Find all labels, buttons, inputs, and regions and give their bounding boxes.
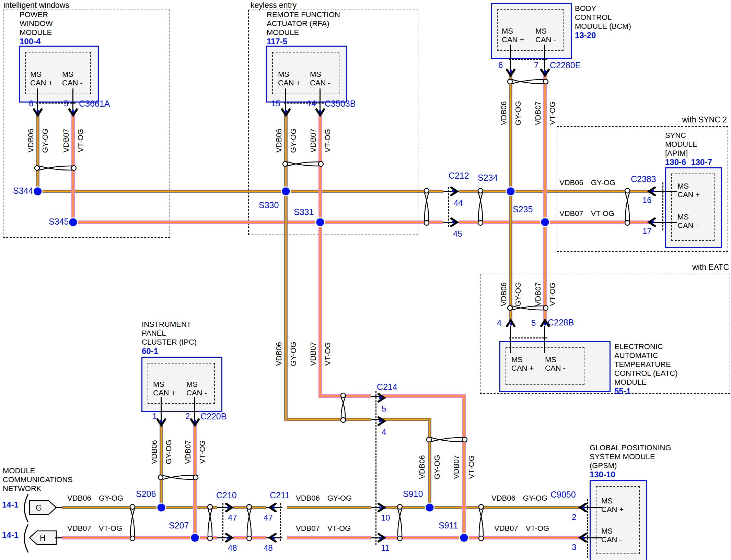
c212-label: C212 <box>449 171 469 181</box>
brace-h <box>19 523 30 553</box>
wire-segment <box>286 418 371 421</box>
group-label-intelligent-windows: intelligent windows <box>3 1 69 10</box>
vlabel: VDB07 <box>309 129 318 153</box>
connector-dash-line <box>662 182 663 230</box>
sync-ref: 130-6 <box>665 157 686 167</box>
arrow-icon <box>648 217 657 227</box>
pwm-ref: 100-4 <box>20 37 53 46</box>
vlabel: VDB06 <box>26 129 35 153</box>
wire-segment <box>287 536 371 539</box>
arrow-icon <box>224 533 233 543</box>
vlabel: VT-OG <box>548 283 557 306</box>
sync-ms-can-p: MSCAN + <box>677 182 700 199</box>
vlabel: VT-OG <box>198 440 207 464</box>
splice-dot <box>282 188 290 195</box>
gpsm-ms-can-n: MSCAN - <box>601 527 622 544</box>
connector-dash-line <box>222 503 223 541</box>
eatc-pin-5: 5 <box>531 318 536 328</box>
twisted-pair-symbol <box>243 503 255 542</box>
c212-pin-45: 45 <box>453 229 462 239</box>
eatc-title: ELECTRONIC AUTOMATIC TEMPERATURE CONTROL… <box>614 342 678 396</box>
vlabel: VDB06 <box>499 101 508 125</box>
bcm-connector-label: C2280E <box>550 60 581 70</box>
vlabel: VDB07 <box>62 129 71 153</box>
connector-dash-line <box>509 59 547 60</box>
rfa-pin-15: 15 <box>271 99 280 108</box>
bcm-ref: 13-20 <box>575 31 631 40</box>
splice-label-s330: S330 <box>259 200 279 210</box>
pwm-connector-label: C3661A <box>79 99 110 109</box>
wire-segment <box>462 396 466 539</box>
wire-segment <box>382 418 431 421</box>
ipc-title: INSTRUMENT PANEL CLUSTER (IPC) 60-1 <box>142 320 197 356</box>
rfa-ms-can-n: MSCAN - <box>310 70 330 87</box>
twisted-pair-symbol <box>282 158 324 170</box>
network-title: MODULE COMMUNICATIONS NETWORK <box>3 466 73 493</box>
group-label-with-eatc: with EATC <box>659 263 729 272</box>
offpage-g-label: G <box>36 503 42 512</box>
c212-pin-44: 44 <box>454 198 463 208</box>
vlabel: GY-OG <box>514 101 523 125</box>
twisted-pair-symbol <box>622 187 633 226</box>
splice-label-s911: S911 <box>439 521 458 531</box>
vlabel: VDB06 <box>275 129 283 153</box>
wire-label-vdb06-upper: VDB06GY-OG <box>559 178 615 187</box>
twisted-pair-symbol <box>507 76 549 87</box>
wire-label-vdb06-mid: VDB06GY-OG <box>296 494 352 503</box>
connector-dash-line <box>375 391 376 545</box>
arrow-icon <box>540 67 550 77</box>
wire-label-vdb07-gpsm: VDB07VT-OG <box>494 524 549 533</box>
wire-segment <box>428 419 431 509</box>
twisted-pair-symbol <box>157 472 199 483</box>
sync-pin-16: 16 <box>642 195 652 205</box>
bcm-title: BODY CONTROL MODULE (BCM) 13-20 <box>575 4 631 40</box>
vlabel: VDB07 <box>452 455 461 479</box>
wire-label-vdb06-gpsm: VDB06GY-OG <box>491 494 547 503</box>
pwm-pin-5: 5 <box>64 99 68 108</box>
eatc-ms-can-p: MSCAN + <box>511 355 534 372</box>
splice-dot <box>191 534 199 542</box>
rfa-connector-label: C3503B <box>325 99 356 109</box>
bcm-pin-7: 7 <box>534 60 538 70</box>
wire-label-vdb06-g: VDB06GY-OG <box>67 494 123 503</box>
vlabel: VDB06 <box>150 440 159 464</box>
eatc-connector-label: C228B <box>548 318 574 327</box>
vlabel: VDB07 <box>309 342 318 366</box>
wire-segment <box>73 221 443 224</box>
wire-segment <box>318 112 322 398</box>
gpsm-ms-can-p: MSCAN + <box>601 497 624 514</box>
bcm-ms-can-n: MSCAN - <box>535 27 556 44</box>
splice-dot <box>507 188 515 195</box>
c214-pin-5: 5 <box>382 404 386 414</box>
lead-line <box>55 507 62 508</box>
twisted-pair-symbol <box>507 302 549 314</box>
splice-dot <box>316 218 324 226</box>
wire-segment <box>543 73 547 323</box>
connector-dash-line <box>284 103 324 104</box>
lead-line <box>544 326 545 353</box>
connector-dash-line <box>159 411 197 412</box>
vlabel: GY-OG <box>433 455 442 479</box>
wire-segment <box>160 422 163 508</box>
connector-dash-line <box>36 103 76 104</box>
arrow-icon <box>376 533 386 543</box>
ipc-ref: 60-1 <box>142 347 197 356</box>
splice-dot <box>426 504 434 512</box>
eatc-pin-4: 4 <box>497 318 501 328</box>
c214-label: C214 <box>377 382 397 392</box>
arrow-icon <box>376 416 386 426</box>
splice-label-s344: S344 <box>13 186 33 196</box>
wire-segment <box>459 190 650 193</box>
splice-dot <box>158 504 165 512</box>
twisted-pair-symbol <box>475 503 487 542</box>
splice-label-s235: S235 <box>513 204 533 214</box>
arrow-icon <box>224 503 233 512</box>
twisted-pair-symbol <box>204 503 216 542</box>
c210-label: C210 <box>216 490 237 500</box>
wire-segment <box>38 190 443 193</box>
sync-ms-can-n: MSCAN - <box>677 213 698 230</box>
splice-dot <box>34 188 42 195</box>
arrow-icon <box>540 319 550 329</box>
vlabel: VT-OG <box>76 129 85 152</box>
rfa-ref: 117-5 <box>267 37 340 46</box>
